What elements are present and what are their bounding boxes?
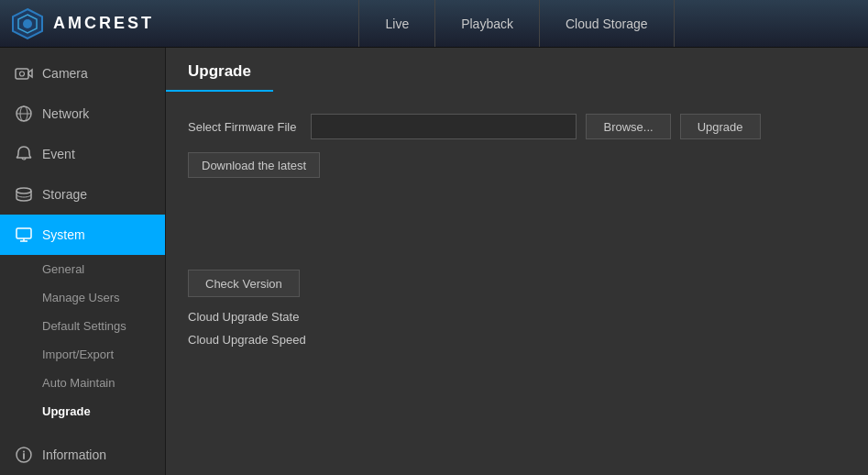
svg-rect-3 [16,69,28,79]
amcrest-logo-icon [11,7,44,40]
page-header: Upgrade [166,48,273,92]
sidebar-sub-import-export[interactable]: Import/Export [0,340,165,369]
sidebar-sub-general[interactable]: General [0,255,165,283]
content-area: Select Firmware File Browse... Upgrade D… [166,114,868,347]
sidebar-item-storage[interactable]: Storage [0,174,165,215]
firmware-label: Select Firmware File [188,120,296,134]
svg-point-2 [23,19,32,28]
nav-tab-cloud-storage[interactable]: Cloud Storage [540,0,675,47]
cloud-upgrade-speed-label: Cloud Upgrade Speed [188,333,846,347]
sidebar-item-system[interactable]: System [0,215,165,255]
browse-button[interactable]: Browse... [586,114,670,139]
nav-tab-playback[interactable]: Playback [435,0,540,47]
main-content: Upgrade Select Firmware File Browse... U… [166,48,868,475]
sidebar-information-label: Information [42,447,106,462]
sidebar-system-label: System [42,227,85,242]
download-latest-button[interactable]: Download the latest [188,152,320,178]
information-icon [15,446,33,464]
sidebar-sub-upgrade[interactable]: Upgrade [0,397,165,425]
download-row: Download the latest [188,152,846,178]
sidebar-item-event[interactable]: Event [0,134,165,174]
firmware-file-input[interactable] [311,114,577,139]
upgrade-button[interactable]: Upgrade [680,114,761,139]
layout: Camera Network Event [0,48,868,475]
sidebar-sub-auto-maintain[interactable]: Auto Maintain [0,369,165,397]
storage-icon [15,185,33,204]
svg-point-5 [20,72,25,76]
svg-point-15 [23,451,25,453]
check-version-button[interactable]: Check Version [188,270,300,297]
svg-rect-10 [16,228,31,238]
logo-text: AMCREST [53,14,154,33]
page-title: Upgrade [188,62,251,90]
event-icon [15,145,33,163]
sidebar-camera-label: Camera [42,66,88,81]
sidebar-item-information[interactable]: Information [0,435,166,475]
nav-tab-live[interactable]: Live [358,0,435,47]
sidebar-event-label: Event [42,147,75,161]
cloud-upgrade-state-label: Cloud Upgrade State [188,310,846,324]
header: AMCREST Live Playback Cloud Storage [0,0,868,48]
cloud-section: Check Version Cloud Upgrade State Cloud … [188,270,846,347]
svg-point-9 [16,188,31,193]
nav-tabs: Live Playback Cloud Storage [165,0,868,47]
sidebar: Camera Network Event [0,48,166,475]
sidebar-storage-label: Storage [42,187,87,202]
sidebar-item-network[interactable]: Network [0,94,165,134]
logo-area: AMCREST [0,7,165,40]
sidebar-network-label: Network [42,106,89,121]
sidebar-sub-manage-users[interactable]: Manage Users [0,283,165,312]
system-icon [15,226,33,244]
sidebar-sub-default-settings[interactable]: Default Settings [0,312,165,340]
network-icon [15,105,33,123]
sidebar-item-camera[interactable]: Camera [0,53,165,94]
camera-icon [15,64,33,83]
firmware-row: Select Firmware File Browse... Upgrade [188,114,846,139]
